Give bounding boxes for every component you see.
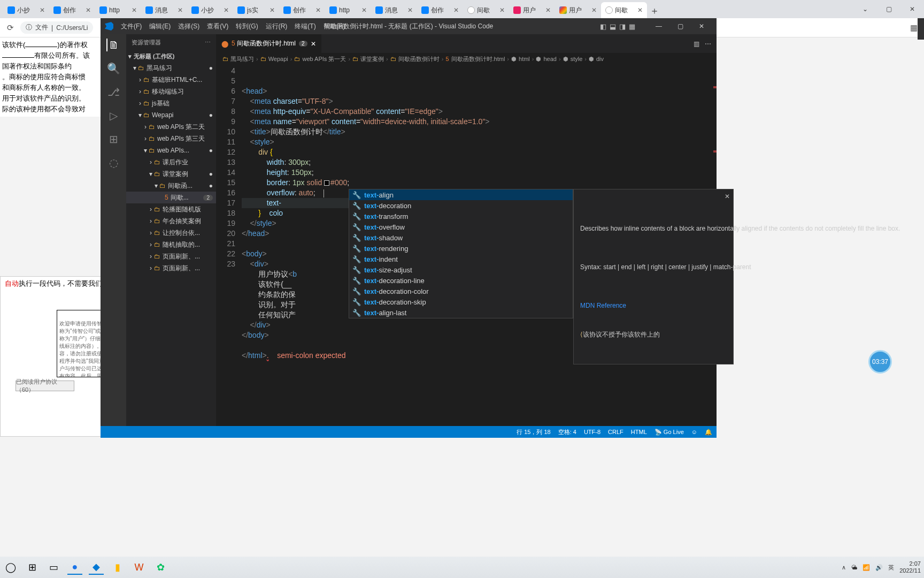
address-bar[interactable]: ⓘ 文件 | C:/Users/Li — [20, 21, 93, 34]
tab-close-icon[interactable]: ✕ — [453, 6, 459, 14]
suggest-item[interactable]: 🔧text-rendering — [349, 243, 573, 254]
menu-item[interactable]: 文件(F) — [121, 22, 142, 31]
tree-row[interactable]: ›🗀随机抽取的... — [126, 239, 216, 250]
breadcrumb-segment[interactable]: style — [571, 56, 583, 62]
tree-row[interactable]: ▾🗀间歇函...● — [126, 180, 216, 192]
browser-tab[interactable]: 消息✕ — [141, 2, 187, 18]
source-control-icon[interactable]: ⎇ — [107, 86, 120, 98]
menu-item[interactable]: 编辑(E) — [149, 22, 171, 31]
mdn-reference-link[interactable]: MDN Reference — [580, 301, 727, 310]
browser-tab[interactable]: 小抄✕ — [3, 2, 49, 18]
run-debug-icon[interactable]: ▷ — [107, 109, 120, 122]
tab-close-icon[interactable]: ✕ — [545, 6, 551, 14]
browser-tab[interactable]: 用户✕ — [509, 2, 555, 18]
breadcrumb-segment[interactable]: 黑马练习 — [230, 55, 254, 63]
tree-row[interactable]: ›🗀页面刷新、... — [126, 250, 216, 262]
taskbar-clock[interactable]: 2:07 2022/11 — [899, 560, 921, 574]
suggest-item[interactable]: 🔧text-indent — [349, 254, 573, 264]
browser-tab[interactable]: 间歇✕ — [463, 2, 509, 18]
tab-close-icon[interactable]: ✕ — [40, 6, 45, 14]
code-line[interactable]: <meta name="viewport" content="width=dev… — [242, 117, 717, 127]
code-editor[interactable]: 4567891011121314151617181920212223 <head… — [216, 65, 717, 426]
suggest-item[interactable]: 🔧text-shadow — [349, 232, 573, 243]
account-icon[interactable]: ◌ — [107, 156, 120, 169]
recording-timer-bubble[interactable]: 03:37 — [868, 350, 892, 374]
start-button[interactable]: ◯ — [3, 560, 18, 575]
tab-close-icon[interactable]: ✕ — [315, 6, 321, 14]
code-line[interactable]: <meta charset="UTF-8"> — [242, 96, 717, 107]
extensions-icon[interactable]: ⊞ — [107, 133, 120, 146]
tree-row[interactable]: ›🗀让控制台依... — [126, 227, 216, 239]
tree-row[interactable]: 5间歇...2 — [126, 192, 216, 203]
code-line[interactable]: <title>间歇函数倒计时</title> — [242, 127, 717, 137]
tree-row[interactable]: ▾🗀黑马练习● — [126, 62, 216, 74]
cursor-position[interactable]: 行 15，列 18 — [517, 428, 551, 436]
tray-expand-icon[interactable]: ∧ — [842, 564, 846, 571]
tab-close-icon[interactable]: ✕ — [132, 6, 137, 14]
feedback-icon[interactable]: ☺ — [691, 429, 697, 435]
explorer-more-icon[interactable]: ⋯ — [205, 39, 211, 46]
indentation[interactable]: 空格: 4 — [558, 428, 576, 436]
new-tab-button[interactable]: ＋ — [647, 3, 662, 18]
tree-row[interactable]: ▾🗀Wepapi● — [126, 109, 216, 121]
browser-tab[interactable]: 创作✕ — [279, 2, 325, 18]
editor-tab-active[interactable]: ⬤ 5 间歇函数倒计时.html 2 ✕ — [216, 34, 321, 53]
breadcrumb-segment[interactable]: html — [519, 56, 530, 62]
reload-icon[interactable]: ⟳ — [4, 22, 16, 34]
suggest-item[interactable]: 🔧text-size-adjust — [349, 264, 573, 275]
wps-taskbar-icon[interactable]: W — [132, 560, 147, 575]
browser-tab[interactable]: 间歇✕ — [601, 2, 647, 18]
tree-row[interactable]: ›🗀轮播图随机版 — [126, 203, 216, 215]
intellisense-suggest[interactable]: 🔧text-align🔧text-decoration🔧text-transfo… — [349, 189, 573, 318]
chrome-taskbar-icon[interactable]: ● — [67, 560, 82, 575]
tree-row[interactable]: ›🗀web APIs 第三天 — [126, 133, 216, 144]
tree-row[interactable]: ›🗀js基础 — [126, 97, 216, 109]
suggest-item[interactable]: 🔧text-align — [349, 189, 573, 200]
breadcrumb-segment[interactable]: div — [596, 56, 604, 62]
suggest-item[interactable]: 🔧text-transform — [349, 211, 573, 222]
suggest-item[interactable]: 🔧text-align-last — [349, 307, 573, 318]
explorer-icon[interactable]: 🗎 — [106, 39, 119, 51]
breadcrumb-segment[interactable]: 课堂案例 — [360, 55, 384, 63]
vscode-close-button[interactable]: ✕ — [691, 18, 712, 34]
code-line[interactable]: div { — [242, 147, 717, 157]
tab-close-icon[interactable]: ✕ — [407, 6, 413, 14]
vscode-minimize-button[interactable]: — — [648, 18, 669, 34]
browser-tab[interactable]: 消息✕ — [371, 2, 417, 18]
tree-row[interactable]: ▾🗀课堂案例● — [126, 168, 216, 180]
breadcrumb-segment[interactable]: 间歇函数倒计时.html — [451, 55, 505, 63]
browser-tab[interactable]: http✕ — [325, 2, 371, 18]
layout-right-icon[interactable]: ◨ — [619, 22, 626, 31]
browser-tab[interactable]: 用户✕ — [555, 2, 601, 18]
suggest-item[interactable]: 🔧text-overflow — [349, 222, 573, 232]
suggest-item[interactable]: 🔧text-decoration-skip — [349, 296, 573, 307]
workspace-section[interactable]: ▾ 无标题 (工作区) — [126, 50, 216, 62]
suggest-item[interactable]: 🔧text-decoration-color — [349, 286, 573, 296]
breadcrumb-segment[interactable]: head — [543, 56, 556, 62]
code-line[interactable]: <meta http-equiv="X-UA-Compatible" conte… — [242, 107, 717, 117]
notifications-icon[interactable]: 🔔 — [705, 429, 712, 436]
tab-close-icon[interactable]: ✕ — [499, 6, 505, 14]
tab-close-icon[interactable]: ✕ — [361, 6, 367, 14]
task-view-icon[interactable]: ⊞ — [25, 560, 40, 575]
tree-row[interactable]: ›🗀基础班HTML+C... — [126, 74, 216, 86]
browser-maximize-icon[interactable]: ▢ — [877, 0, 900, 18]
browser-close-icon[interactable]: ✕ — [900, 0, 924, 18]
tab-close-icon[interactable]: ✕ — [224, 6, 229, 14]
network-tray-icon[interactable]: 📶 — [863, 564, 870, 571]
browser-tab[interactable]: http✕ — [95, 2, 141, 18]
language-mode[interactable]: HTML — [631, 429, 647, 435]
read-agreement-button[interactable]: 已阅读用户协议（60） — [16, 381, 74, 391]
editor-more-icon[interactable]: ⋯ — [705, 40, 711, 48]
layout-grid-icon[interactable]: ▦ — [629, 22, 635, 31]
tab-close-icon[interactable]: ✕ — [591, 6, 597, 14]
menu-item[interactable]: 转到(G) — [236, 22, 258, 31]
breadcrumb-segment[interactable]: 间歇函数倒计时 — [398, 55, 440, 63]
browser-tab[interactable]: 小抄✕ — [187, 2, 233, 18]
split-editor-icon[interactable]: ▥ — [694, 40, 699, 48]
code-line[interactable]: height: 150px; — [242, 168, 717, 178]
breadcrumb[interactable]: 🗀黑马练习›🗀Wepapi›🗀web APIs 第一天›🗀课堂案例›🗀间歇函数倒… — [216, 53, 717, 65]
tree-row[interactable]: ›🗀web APIs 第二天 — [126, 121, 216, 133]
tree-row[interactable]: ›🗀移动端练习 — [126, 86, 216, 97]
go-live-button[interactable]: 📡 Go Live — [654, 429, 684, 436]
